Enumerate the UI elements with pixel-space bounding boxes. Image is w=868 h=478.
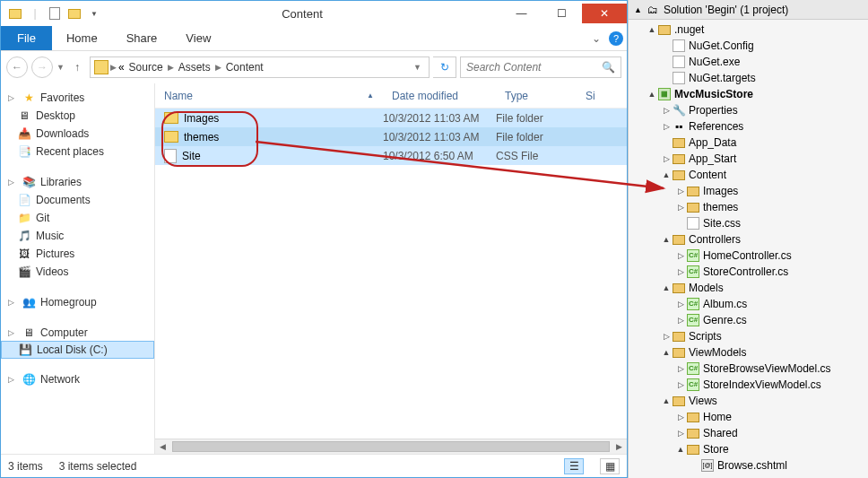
expand-toggle[interactable]: ▷ (675, 364, 686, 373)
tree-node[interactable]: App_Data (629, 135, 868, 151)
col-type[interactable]: Type (496, 90, 577, 102)
tab-home[interactable]: Home (52, 26, 112, 50)
tree-node[interactable]: Site.css (629, 215, 868, 231)
nav-favorites[interactable]: ▷★Favorites (1, 89, 154, 107)
tree-node[interactable]: NuGet.targets (629, 70, 868, 86)
tree-node[interactable]: ▲Models (629, 280, 868, 296)
tree-node[interactable]: ▷C#StoreController.cs (629, 264, 868, 280)
expand-ribbon-icon[interactable]: ⌄ (587, 26, 605, 50)
tab-share[interactable]: Share (112, 26, 172, 50)
tree-node[interactable]: ▲Controllers (629, 231, 868, 248)
tree-node[interactable]: ▷C#Album.cs (629, 296, 868, 312)
tree-node[interactable]: ▲Content (629, 167, 868, 183)
tree-node[interactable]: [@]Browse.cshtml (629, 457, 868, 474)
expand-toggle[interactable]: ▲ (661, 170, 672, 179)
col-size[interactable]: Si (577, 90, 604, 102)
expand-toggle[interactable]: ▷ (661, 154, 672, 163)
expand-toggle[interactable]: ▲ (675, 445, 686, 454)
new-folder-icon[interactable] (65, 4, 83, 22)
breadcrumb[interactable]: ▶ « Source▶ Assets▶ Content ▼ (90, 56, 430, 78)
search-box[interactable]: 🔍 (460, 56, 621, 78)
nav-pictures[interactable]: 🖼Pictures (1, 245, 154, 263)
expand-toggle[interactable]: ▲ (661, 396, 672, 405)
expand-toggle[interactable]: ▲ (661, 348, 672, 357)
expand-toggle[interactable]: ▷ (675, 429, 686, 438)
tree-node[interactable]: ▷🔧Properties (629, 102, 868, 118)
minimize-button[interactable]: — (501, 4, 542, 23)
expand-toggle[interactable]: ▲ (661, 235, 672, 244)
expand-toggle[interactable]: ▷ (675, 251, 686, 260)
tree-node[interactable]: ▲Views (629, 393, 868, 409)
tree-node[interactable]: ▷C#StoreBrowseViewModel.cs (629, 361, 868, 377)
path-dropdown-icon[interactable]: ▼ (410, 63, 425, 72)
chevron-down-icon[interactable]: ▲ (634, 5, 642, 14)
file-row[interactable]: Site10/3/2012 6:50 AMCSS File (155, 146, 627, 165)
nav-network[interactable]: ▷🌐Network (1, 370, 154, 388)
tree-node[interactable]: ▷C#HomeController.cs (629, 248, 868, 264)
solution-tree[interactable]: ▲.nugetNuGet.ConfigNuGet.exeNuGet.target… (629, 20, 868, 478)
nav-git[interactable]: 📁Git (1, 209, 154, 227)
tree-node[interactable]: NuGet.Config (629, 38, 868, 54)
search-input[interactable] (466, 61, 602, 74)
file-tab[interactable]: File (1, 26, 52, 50)
nav-documents[interactable]: 📄Documents (1, 191, 154, 209)
expand-toggle[interactable]: ▷ (661, 106, 672, 115)
crumb-source[interactable]: Source (126, 61, 166, 74)
expand-toggle[interactable]: ▷ (675, 413, 686, 422)
refresh-button[interactable]: ↻ (433, 56, 456, 78)
expand-toggle[interactable]: ▷ (675, 187, 686, 196)
title-bar[interactable]: | ▼ Content — ☐ ✕ (1, 1, 627, 26)
nav-downloads[interactable]: 📥Downloads (1, 125, 154, 143)
tree-node[interactable]: ▷▪▪References (629, 118, 868, 135)
file-row[interactable]: themes10/3/2012 11:03 AMFile folder (155, 127, 627, 146)
help-button[interactable]: ? (605, 26, 627, 50)
expand-toggle[interactable]: ▲ (661, 283, 672, 292)
nav-libraries[interactable]: ▷📚Libraries (1, 173, 154, 191)
tab-view[interactable]: View (171, 26, 225, 50)
expand-toggle[interactable]: ▲ (647, 90, 657, 99)
icons-view-button[interactable]: ▦ (600, 458, 620, 474)
nav-pane[interactable]: ▷★Favorites 🖥Desktop 📥Downloads 📑Recent … (1, 83, 155, 454)
nav-computer[interactable]: ▷🖥Computer (1, 324, 154, 342)
tree-node[interactable]: ▷Shared (629, 425, 868, 441)
col-date[interactable]: Date modified (383, 90, 496, 102)
nav-recent[interactable]: 📑Recent places (1, 143, 154, 161)
scroll-left-button[interactable]: ◀ (155, 439, 170, 454)
scroll-thumb[interactable] (172, 441, 610, 452)
close-button[interactable]: ✕ (582, 4, 627, 23)
qat-dropdown-icon[interactable]: ▼ (85, 4, 103, 22)
expand-toggle[interactable]: ▷ (661, 122, 672, 131)
tree-node[interactable]: ▷Images (629, 183, 868, 199)
expand-toggle[interactable]: ▲ (647, 25, 657, 34)
expand-toggle[interactable]: ▷ (675, 380, 686, 389)
tree-node[interactable]: ▷C#StoreIndexViewModel.cs (629, 377, 868, 393)
tree-node[interactable]: ▷C#Genre.cs (629, 312, 868, 328)
col-name[interactable]: Name▲ (155, 90, 383, 102)
column-headers[interactable]: Name▲ Date modified Type Si (155, 83, 627, 109)
horizontal-scrollbar[interactable]: ◀ ▶ (155, 439, 627, 454)
tree-node[interactable]: ▲ViewModels (629, 344, 868, 361)
search-icon[interactable]: 🔍 (602, 61, 615, 74)
crumb-content[interactable]: Content (223, 61, 266, 74)
expand-toggle[interactable]: ▷ (675, 300, 686, 309)
expand-toggle[interactable]: ▷ (675, 203, 686, 212)
nav-music[interactable]: 🎵Music (1, 227, 154, 245)
details-view-button[interactable]: ☰ (564, 458, 584, 474)
tree-node[interactable]: ▷themes (629, 199, 868, 215)
nav-videos[interactable]: 🎬Videos (1, 263, 154, 281)
properties-icon[interactable] (46, 4, 64, 22)
tree-node[interactable]: ▲▦MvcMusicStore (629, 86, 868, 102)
nav-homegroup[interactable]: ▷👥Homegroup (1, 293, 154, 311)
crumb-assets[interactable]: Assets (176, 61, 213, 74)
forward-button[interactable]: → (31, 56, 53, 78)
nav-local-disk[interactable]: 💾Local Disk (C:) (1, 341, 154, 359)
tree-node[interactable]: ▲Store (629, 441, 868, 457)
scroll-right-button[interactable]: ▶ (612, 439, 627, 454)
tree-node[interactable]: ▲.nuget (629, 22, 868, 38)
history-dropdown-icon[interactable]: ▼ (56, 63, 65, 72)
nav-desktop[interactable]: 🖥Desktop (1, 107, 154, 125)
expand-toggle[interactable]: ▷ (675, 316, 686, 325)
up-button[interactable]: ↑ (68, 61, 86, 74)
back-button[interactable]: ← (6, 56, 28, 78)
expand-toggle[interactable]: ▷ (675, 267, 686, 276)
